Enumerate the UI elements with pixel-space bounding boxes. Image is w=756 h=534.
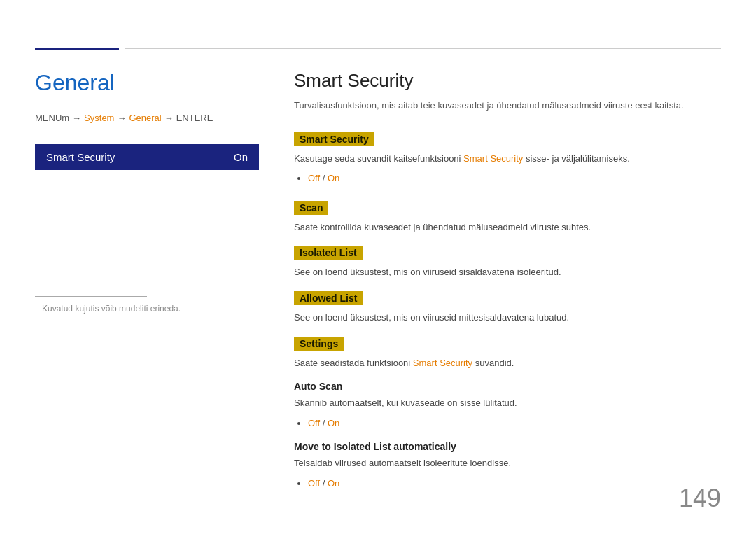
off-label-2: Off: [308, 418, 320, 428]
text-isolated-list: See on loend üksustest, mis on viiruseid…: [294, 265, 721, 280]
breadcrumb-entere: ENTERE: [176, 113, 214, 123]
bullet-off-on-auto-scan: Off / On: [308, 415, 721, 431]
menu-item-label: Smart Security: [46, 151, 115, 163]
bullets-auto-scan: Off / On: [308, 415, 721, 431]
breadcrumb: MENUm → System → General → ENTERE: [35, 113, 259, 123]
divider-line: [125, 48, 721, 49]
divider-accent: [35, 48, 119, 50]
bullet-off-on-1: Off / On: [308, 170, 721, 186]
off-label-3: Off: [308, 478, 320, 489]
text-move-isolated: Teisaldab viirused automaatselt isoleeri…: [294, 456, 721, 471]
breadcrumb-arrow-3: →: [164, 113, 174, 123]
breadcrumb-menu: MENUm: [35, 113, 69, 123]
breadcrumb-arrow-2: →: [117, 113, 126, 123]
heading-settings: Settings: [294, 337, 344, 351]
bullet-off-on-move: Off / On: [308, 475, 721, 491]
section-scan: Scan Saate kontrollida kuvaseadet ja ühe…: [294, 194, 721, 235]
bullets-move-isolated: Off / On: [308, 475, 721, 491]
link-smart-security-2: Smart Security: [413, 358, 472, 368]
section-isolated-list: Isolated List See on loend üksustest, mi…: [294, 239, 721, 280]
text-auto-scan: Skannib automaatselt, kui kuvaseade on s…: [294, 396, 721, 411]
text-settings: Saate seadistada funktsiooni Smart Secur…: [294, 356, 721, 371]
text-scan: Saate kontrollida kuvaseadet ja ühendatu…: [294, 220, 721, 235]
sub-title-auto-scan: Auto Scan: [294, 381, 721, 392]
on-label-2: On: [328, 418, 340, 428]
section-allowed-list: Allowed List See on loend üksustest, mis…: [294, 284, 721, 325]
left-section-divider: [35, 296, 147, 297]
section-settings: Settings Saate seadistada funktsiooni Sm…: [294, 330, 721, 491]
on-label-3: On: [328, 478, 340, 489]
right-main-title: Smart Security: [294, 70, 721, 92]
heading-isolated-list: Isolated List: [294, 246, 363, 260]
breadcrumb-general: General: [129, 113, 161, 123]
page-number: 149: [679, 484, 721, 513]
left-panel: General MENUm → System → General → ENTER…: [35, 56, 259, 314]
on-label-1: On: [328, 173, 340, 183]
section-smart-security: Smart Security Kasutage seda suvandit ka…: [294, 125, 721, 187]
bullets-smart-security: Off / On: [308, 170, 721, 186]
menu-item-value: On: [234, 151, 248, 163]
text-smart-security: Kasutage seda suvandit kaitsefunktsiooni…: [294, 152, 721, 167]
right-intro: Turvalisusfunktsioon, mis aitab teie kuv…: [294, 99, 721, 113]
heading-allowed-list: Allowed List: [294, 291, 363, 305]
breadcrumb-arrow-1: →: [72, 113, 81, 123]
footnote: – Kuvatud kujutis võib mudeliti erineda.: [35, 304, 259, 314]
heading-scan: Scan: [294, 201, 328, 215]
right-panel: Smart Security Turvalisusfunktsioon, mis…: [294, 56, 721, 498]
page-title: General: [35, 70, 259, 96]
link-smart-security-1: Smart Security: [463, 153, 523, 164]
menu-item-smart-security[interactable]: Smart Security On: [35, 144, 259, 170]
heading-smart-security: Smart Security: [294, 132, 374, 146]
text-allowed-list: See on loend üksustest, mis on viiruseid…: [294, 311, 721, 325]
sub-title-move-isolated: Move to Isolated List automatically: [294, 441, 721, 452]
top-divider: [35, 48, 721, 50]
off-label-1: Off: [308, 173, 320, 183]
breadcrumb-system: System: [84, 113, 114, 123]
